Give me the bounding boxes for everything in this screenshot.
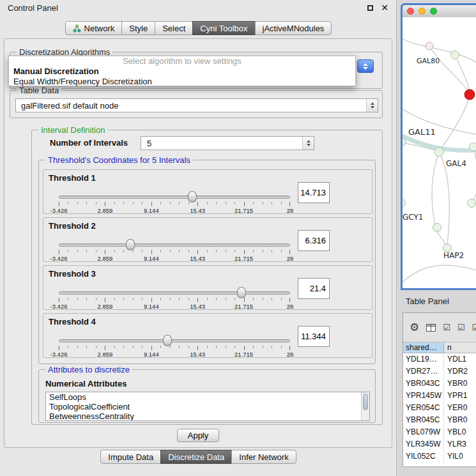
threshold-4-slider[interactable]: -3.426 2.859 9.144 15.43 21.715 28 bbox=[59, 332, 290, 357]
tab-network[interactable]: Network bbox=[65, 21, 123, 35]
tab-infer-network[interactable]: Infer Network bbox=[231, 450, 296, 464]
tab-impute-data[interactable]: Impute Data bbox=[100, 450, 161, 464]
table-cell[interactable]: YBR0 bbox=[444, 378, 476, 390]
tab-style[interactable]: Style bbox=[121, 21, 155, 35]
slider-handle[interactable] bbox=[188, 191, 197, 202]
list-item[interactable]: BetweennessCentrality bbox=[46, 411, 369, 421]
table-cell[interactable]: YBL0 bbox=[444, 426, 476, 438]
network-graph[interactable]: GAL80 GAL11 GAL4 GCY1 HAP2 bbox=[403, 17, 476, 288]
tab-jactivemnodules[interactable]: jActiveMNodules bbox=[255, 21, 332, 35]
slider-track[interactable] bbox=[59, 339, 290, 342]
threshold-3-slider[interactable]: -3.426 2.859 9.144 15.43 21.715 28 bbox=[59, 284, 290, 309]
table-cell[interactable]: YLR3 bbox=[444, 438, 476, 450]
table-cell[interactable]: YPR1 bbox=[444, 390, 476, 402]
spinner-value: 5 bbox=[147, 139, 151, 148]
gear-icon[interactable]: ⚙ bbox=[410, 322, 419, 333]
table-cell[interactable]: YBR0 bbox=[444, 414, 476, 426]
slider-track[interactable] bbox=[59, 243, 290, 247]
threshold-2-value-field[interactable] bbox=[298, 230, 330, 251]
network-node[interactable] bbox=[403, 199, 406, 208]
slider-track[interactable] bbox=[59, 291, 290, 295]
table-cell[interactable]: YLR345W bbox=[403, 438, 444, 450]
table-row[interactable]: YIL052CYIL0 bbox=[403, 450, 476, 463]
list-item[interactable]: TopologicalCoefficient bbox=[46, 402, 369, 411]
float-window-icon[interactable] bbox=[367, 5, 373, 11]
checkbox-icon[interactable]: ☑ bbox=[443, 323, 450, 332]
network-window-titlebar[interactable] bbox=[403, 5, 476, 17]
scrollbar-thumb[interactable] bbox=[363, 394, 368, 410]
table-cell[interactable]: YER054C bbox=[403, 402, 444, 414]
table-cell[interactable]: YPR145W bbox=[403, 390, 444, 402]
close-traffic-light-icon[interactable] bbox=[407, 8, 414, 15]
table-cell[interactable]: YBL079W bbox=[403, 426, 444, 438]
minimize-traffic-light-icon[interactable] bbox=[418, 8, 426, 15]
checkbox-icon[interactable]: ☑ bbox=[457, 323, 465, 332]
threshold-4-value-field[interactable] bbox=[298, 326, 330, 347]
columns-icon[interactable] bbox=[426, 324, 436, 332]
window-title: Control Panel bbox=[8, 3, 58, 13]
interval-definition-group: Interval Definition Number of Intervals … bbox=[31, 130, 383, 425]
network-node[interactable] bbox=[426, 42, 433, 50]
threshold-3-value-field[interactable] bbox=[298, 278, 330, 299]
network-node[interactable] bbox=[468, 199, 476, 208]
network-node-label: HAP2 bbox=[443, 251, 464, 260]
slider-handle[interactable] bbox=[126, 239, 135, 250]
table-row[interactable]: YLR345WYLR3 bbox=[403, 438, 476, 450]
table-row[interactable]: YBL079WYBL0 bbox=[403, 426, 476, 438]
tab-select[interactable]: Select bbox=[155, 21, 193, 35]
table-cell[interactable]: YER0 bbox=[444, 402, 476, 414]
threshold-1-value-field[interactable] bbox=[298, 182, 330, 203]
table-header: shared… n bbox=[403, 342, 476, 353]
table-cell[interactable]: YBR045C bbox=[403, 414, 444, 426]
network-node-label: GAL80 bbox=[417, 57, 440, 65]
table-cell[interactable]: YDR2 bbox=[444, 365, 476, 378]
table-data-combo[interactable]: galFiltered.sif default node bbox=[15, 98, 378, 112]
number-of-intervals-spinner[interactable]: 5 bbox=[141, 136, 314, 150]
list-item[interactable]: SelfLoops bbox=[46, 392, 369, 402]
column-header-shared-name[interactable]: shared… bbox=[403, 342, 444, 353]
network-node[interactable] bbox=[470, 143, 476, 151]
table-row[interactable]: YDL19…YDL1 bbox=[403, 353, 476, 365]
tab-discretize-data[interactable]: Discretize Data bbox=[160, 450, 232, 464]
table-row[interactable]: YDR27…YDR2 bbox=[403, 365, 476, 378]
network-canvas[interactable]: GAL80 GAL11 GAL4 GCY1 HAP2 bbox=[403, 17, 476, 288]
list-scrollbar[interactable] bbox=[361, 392, 369, 420]
network-node[interactable] bbox=[433, 224, 441, 232]
table-row[interactable]: YBR043CYBR0 bbox=[403, 378, 476, 390]
apply-button[interactable]: Apply bbox=[177, 429, 219, 442]
threshold-2-slider[interactable]: -3.426 2.859 9.144 15.43 21.715 28 bbox=[59, 236, 290, 261]
threshold-label: Threshold 2 bbox=[49, 221, 96, 231]
network-node-label: GAL11 bbox=[408, 127, 436, 137]
algorithm-dropdown-popup: Select algorithm to view settings Manual… bbox=[8, 56, 356, 86]
network-node[interactable] bbox=[451, 51, 459, 59]
tab-label: Style bbox=[129, 24, 148, 33]
network-view-window: GAL80 GAL11 GAL4 GCY1 HAP2 bbox=[401, 3, 476, 290]
dropdown-option-manual-discretization[interactable]: Manual Discretization bbox=[9, 66, 355, 77]
network-node[interactable] bbox=[434, 148, 443, 157]
threshold-1-slider[interactable]: -3.426 2.859 9.144 15.43 21.715 28 bbox=[59, 188, 290, 213]
algorithm-combo-button[interactable] bbox=[357, 59, 374, 73]
table-cell[interactable]: YDL19… bbox=[403, 353, 444, 365]
table-cell[interactable]: YDR27… bbox=[403, 365, 444, 378]
zoom-traffic-light-icon[interactable] bbox=[430, 8, 437, 15]
table-row[interactable]: YBR045CYBR0 bbox=[403, 414, 476, 426]
table-cell[interactable]: YDL1 bbox=[444, 353, 476, 365]
spinner-arrows-icon[interactable] bbox=[302, 137, 314, 150]
table-cell[interactable]: YBR043C bbox=[403, 378, 444, 390]
table-row[interactable]: YPR145WYPR1 bbox=[403, 390, 476, 402]
slider-handle[interactable] bbox=[237, 287, 246, 298]
table-data-group: Table Data galFiltered.sif default node bbox=[10, 90, 383, 118]
slider-tick-labels: -3.426 2.859 9.144 15.43 21.715 28 bbox=[59, 255, 290, 263]
column-header-name[interactable]: n bbox=[444, 342, 476, 353]
table-row[interactable]: YER054CYER0 bbox=[403, 402, 476, 414]
checkbox-icon[interactable]: ☑ bbox=[472, 323, 476, 332]
tab-cyni-toolbox[interactable]: Cyni Toolbox bbox=[192, 21, 255, 35]
close-icon[interactable]: ✕ bbox=[381, 3, 388, 12]
table-cell[interactable]: YIL052C bbox=[403, 450, 444, 463]
slider-track[interactable] bbox=[59, 196, 290, 199]
dropdown-option-equal-width-frequency[interactable]: Equal Width/Frequency Discretization bbox=[9, 77, 355, 87]
table-cell[interactable]: YIL0 bbox=[444, 450, 476, 463]
selected-network-node[interactable] bbox=[464, 89, 475, 100]
numerical-attributes-list[interactable]: SelfLoops TopologicalCoefficient Between… bbox=[45, 392, 370, 421]
slider-handle[interactable] bbox=[163, 335, 172, 346]
